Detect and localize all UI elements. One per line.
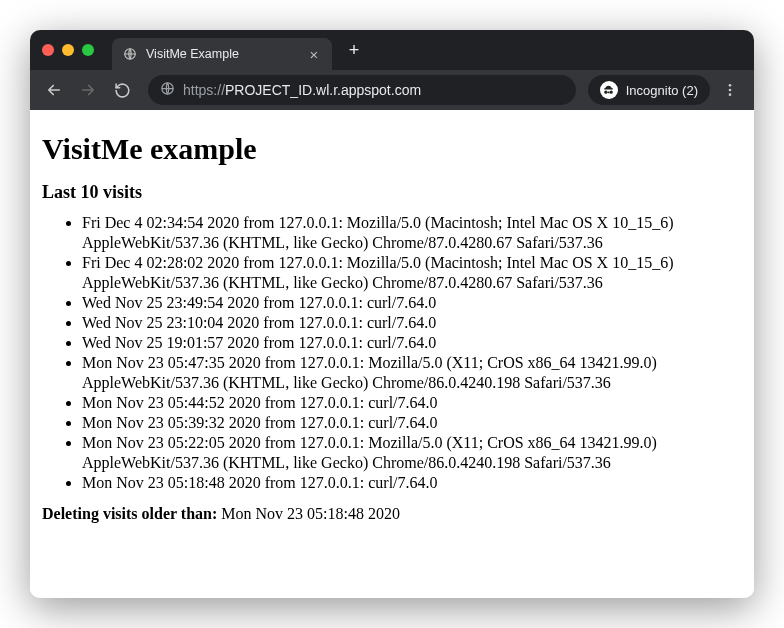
browser-tab[interactable]: VisitMe Example × xyxy=(112,38,332,70)
tab-title: VisitMe Example xyxy=(146,47,298,61)
list-item: Wed Nov 25 23:10:04 2020 from 127.0.0.1:… xyxy=(82,313,742,333)
list-item: Mon Nov 23 05:44:52 2020 from 127.0.0.1:… xyxy=(82,393,742,413)
deleting-label: Deleting visits older than: xyxy=(42,505,217,522)
titlebar: VisitMe Example × + xyxy=(30,30,754,70)
list-item: Fri Dec 4 02:28:02 2020 from 127.0.0.1: … xyxy=(82,253,742,293)
incognito-label: Incognito (2) xyxy=(626,83,698,98)
forward-button[interactable] xyxy=(74,76,102,104)
url-text: https://PROJECT_ID.wl.r.appspot.com xyxy=(183,82,421,98)
incognito-icon xyxy=(600,81,618,99)
back-button[interactable] xyxy=(40,76,68,104)
browser-window: VisitMe Example × + https://PROJECT_ID.w… xyxy=(30,30,754,598)
list-item: Mon Nov 23 05:18:48 2020 from 127.0.0.1:… xyxy=(82,473,742,493)
close-tab-button[interactable]: × xyxy=(306,46,322,63)
list-item: Fri Dec 4 02:34:54 2020 from 127.0.0.1: … xyxy=(82,213,742,253)
svg-point-3 xyxy=(729,89,732,92)
visits-list: Fri Dec 4 02:34:54 2020 from 127.0.0.1: … xyxy=(42,213,742,493)
window-controls xyxy=(42,44,94,56)
list-item: Mon Nov 23 05:39:32 2020 from 127.0.0.1:… xyxy=(82,413,742,433)
list-item: Wed Nov 25 19:01:57 2020 from 127.0.0.1:… xyxy=(82,333,742,353)
deleting-line: Deleting visits older than: Mon Nov 23 0… xyxy=(42,505,742,523)
list-item: Mon Nov 23 05:47:35 2020 from 127.0.0.1:… xyxy=(82,353,742,393)
svg-point-2 xyxy=(729,84,732,87)
globe-icon xyxy=(122,46,138,62)
svg-point-4 xyxy=(729,93,732,96)
deleting-value: Mon Nov 23 05:18:48 2020 xyxy=(221,505,400,522)
maximize-window-button[interactable] xyxy=(82,44,94,56)
close-window-button[interactable] xyxy=(42,44,54,56)
page-content: VisitMe example Last 10 visits Fri Dec 4… xyxy=(30,110,754,598)
address-bar[interactable]: https://PROJECT_ID.wl.r.appspot.com xyxy=(148,75,576,105)
list-item: Wed Nov 25 23:49:54 2020 from 127.0.0.1:… xyxy=(82,293,742,313)
toolbar: https://PROJECT_ID.wl.r.appspot.com Inco… xyxy=(30,70,754,110)
page-subheading: Last 10 visits xyxy=(42,182,742,203)
list-item: Mon Nov 23 05:22:05 2020 from 127.0.0.1:… xyxy=(82,433,742,473)
reload-button[interactable] xyxy=(108,76,136,104)
incognito-indicator[interactable]: Incognito (2) xyxy=(588,75,710,105)
new-tab-button[interactable]: + xyxy=(342,40,366,61)
page-heading: VisitMe example xyxy=(42,132,742,166)
browser-menu-button[interactable] xyxy=(716,76,744,104)
minimize-window-button[interactable] xyxy=(62,44,74,56)
site-info-icon[interactable] xyxy=(160,81,175,99)
